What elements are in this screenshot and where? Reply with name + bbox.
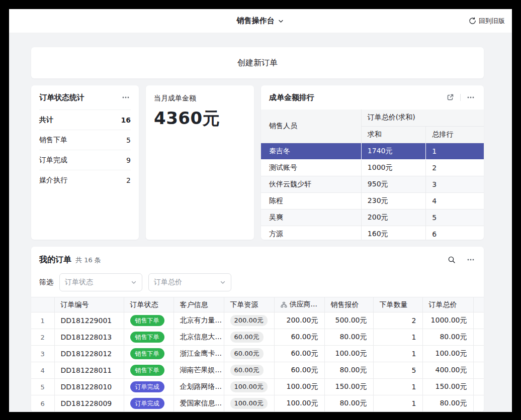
cell-resource[interactable]: 200.00元 <box>224 312 274 329</box>
cell-qty[interactable]: 1 <box>373 329 422 346</box>
col-header-order-no[interactable]: 订单编号 <box>54 297 124 312</box>
cell-customer[interactable]: 爱国家信息... <box>173 395 224 412</box>
cell-supplier[interactable]: 60.00元 <box>274 329 324 346</box>
cell-order-no[interactable]: DD181228010 <box>54 379 124 395</box>
order-row[interactable]: 6 DD181228009 订单完成 爱国家信息... 100.00元 100.… <box>31 395 484 412</box>
cell-order-no[interactable]: DD181229001 <box>54 312 124 329</box>
cell-supplier[interactable]: 100.00元 <box>274 379 324 395</box>
cell-quote[interactable]: 80.00元 <box>324 395 373 412</box>
stat-label: 销售下单 <box>39 136 67 145</box>
col-header-supplier[interactable]: 供应商... <box>274 297 324 312</box>
cell-supplier[interactable]: 100.00元 <box>274 395 324 412</box>
more-icon[interactable] <box>466 92 476 102</box>
order-row[interactable]: 2 DD181228013 销售下单 北京信息大... 60.00元 60.00… <box>31 329 484 346</box>
cell-customer[interactable]: 北京信息大... <box>173 329 224 346</box>
cell-order-no[interactable]: DD181228009 <box>54 395 124 412</box>
orders-table-header-row: 订单编号 订单状态 客户信息 下单资源 供应商... <box>31 297 484 312</box>
cell-qty[interactable]: 1 <box>373 395 422 412</box>
cell-supplier[interactable]: 200.00元 <box>274 312 324 329</box>
col-header-order-status[interactable]: 订单状态 <box>124 297 173 312</box>
ranking-row[interactable]: 秦吉冬 1740元 1 <box>261 143 484 159</box>
cell-quote[interactable]: 150.00元 <box>324 379 373 395</box>
cell-resource[interactable]: 100.00元 <box>224 395 274 412</box>
cell-quote[interactable]: 80.00元 <box>324 362 373 379</box>
chevron-down-icon <box>220 279 226 285</box>
cell-quote[interactable]: 100.00元 <box>324 346 373 362</box>
more-icon[interactable] <box>121 92 131 102</box>
cell-order-status[interactable]: 订单完成 <box>124 379 173 395</box>
ranking-card-header: 成单金额排行 <box>261 85 484 110</box>
cell-total[interactable]: 150.00元 <box>422 379 473 395</box>
stat-row-media-execution[interactable]: 媒介执行 2 <box>39 170 131 190</box>
ranking-row[interactable]: 方源 160元 6 <box>261 226 484 240</box>
col-header-total[interactable]: 订单总价 <box>422 297 473 312</box>
cell-customer[interactable]: 企划路网络... <box>173 379 224 395</box>
create-order-button[interactable]: 创建新订单 <box>31 47 484 78</box>
workspace-switcher[interactable]: 销售操作台 <box>237 16 285 26</box>
stat-row-total[interactable]: 共计 16 <box>39 110 131 130</box>
cell-order-status[interactable]: 销售下单 <box>124 312 173 329</box>
cell-total[interactable]: 400.00元 <box>422 362 473 379</box>
cell-order-status[interactable]: 销售下单 <box>124 329 173 346</box>
stat-row-order-complete[interactable]: 订单完成 9 <box>39 150 131 170</box>
resource-tag: 60.00元 <box>230 348 264 359</box>
cell-qty[interactable]: 2 <box>373 312 422 329</box>
ranking-row[interactable]: 测试账号 1000元 2 <box>261 159 484 176</box>
resource-tag: 100.00元 <box>230 381 268 392</box>
cell-resource[interactable]: 60.00元 <box>224 346 274 362</box>
ranking-row[interactable]: 吴爽 200元 5 <box>261 209 484 226</box>
order-total-filter-select[interactable]: 订单总价 <box>148 273 231 291</box>
more-icon[interactable] <box>466 255 476 265</box>
col-header-resource[interactable]: 下单资源 <box>224 297 274 312</box>
cell-order-status[interactable]: 订单完成 <box>124 395 173 412</box>
cell-resource[interactable]: 60.00元 <box>224 362 274 379</box>
cell-order-no[interactable]: DD181228011 <box>54 362 124 379</box>
cell-qty[interactable]: 5 <box>373 362 422 379</box>
col-header-customer[interactable]: 客户信息 <box>173 297 224 312</box>
monthly-amount-title: 当月成单金额 <box>154 94 246 103</box>
restore-icon <box>468 17 476 25</box>
back-to-old-version-button[interactable]: 回到旧版 <box>468 17 505 26</box>
ranking-row[interactable]: 陈程 230元 4 <box>261 192 484 209</box>
cell-total[interactable]: 1000.00元 <box>422 312 473 329</box>
order-status-stats-header: 订单状态统计 <box>31 85 139 110</box>
cell-qty[interactable]: 1 <box>373 379 422 395</box>
col-header-quote[interactable]: 销售报价 <box>324 297 373 312</box>
resource-tag: 60.00元 <box>230 365 264 376</box>
cell-supplier[interactable]: 60.00元 <box>274 346 324 362</box>
status-badge: 订单完成 <box>130 398 164 409</box>
cell-total[interactable]: 80.00元 <box>422 329 473 346</box>
order-status-filter-select[interactable]: 订单状态 <box>59 273 142 291</box>
cell-order-status[interactable]: 销售下单 <box>124 362 173 379</box>
cell-resource[interactable]: 60.00元 <box>224 329 274 346</box>
cell-order-status[interactable]: 销售下单 <box>124 346 173 362</box>
cell-resource[interactable]: 100.00元 <box>224 379 274 395</box>
cell-supplier[interactable]: 60.00元 <box>274 362 324 379</box>
cell-total[interactable]: 80.00元 <box>422 395 473 412</box>
ranking-col-sum[interactable]: 求和 <box>361 126 425 143</box>
cell-order-no[interactable]: DD181228012 <box>54 346 124 362</box>
order-row[interactable]: 3 DD181228012 销售下单 浙江金鹰卡... 60.00元 60.00… <box>31 346 484 362</box>
search-icon[interactable] <box>447 255 457 265</box>
cell-customer[interactable]: 浙江金鹰卡... <box>173 346 224 362</box>
dashboard-content: 创建新订单 订单状态统计 共计 16 销售下单 <box>9 33 512 412</box>
ranking-col-group[interactable]: 订单总价(求和) <box>361 110 484 126</box>
ranking-col-person[interactable]: 销售人员 <box>261 110 361 143</box>
order-row[interactable]: 1 DD181229001 销售下单 北京有力量... 200.00元 200.… <box>31 312 484 329</box>
cell-customer[interactable]: 北京有力量... <box>173 312 224 329</box>
col-header-qty[interactable]: 下单数量 <box>373 297 422 312</box>
stat-row-sales-ordered[interactable]: 销售下单 5 <box>39 130 131 150</box>
cell-order-no[interactable]: DD181228013 <box>54 329 124 346</box>
cell-qty[interactable]: 1 <box>373 346 422 362</box>
stat-label: 订单完成 <box>39 156 67 165</box>
ranking-row[interactable]: 伙伴云魏少轩 950元 3 <box>261 176 484 192</box>
cell-customer[interactable]: 湖南芒果娱... <box>173 362 224 379</box>
order-row[interactable]: 4 DD181228011 销售下单 湖南芒果娱... 60.00元 60.00… <box>31 362 484 379</box>
ranking-col-rank[interactable]: 总排行 <box>426 126 484 143</box>
cell-quote[interactable]: 80.00元 <box>324 329 373 346</box>
create-order-label: 创建新订单 <box>237 58 278 68</box>
cell-total[interactable]: 100.00元 <box>422 346 473 362</box>
export-icon[interactable] <box>445 92 455 102</box>
order-row[interactable]: 5 DD181228010 订单完成 企划路网络... 100.00元 100.… <box>31 379 484 395</box>
cell-quote[interactable]: 500.00元 <box>324 312 373 329</box>
